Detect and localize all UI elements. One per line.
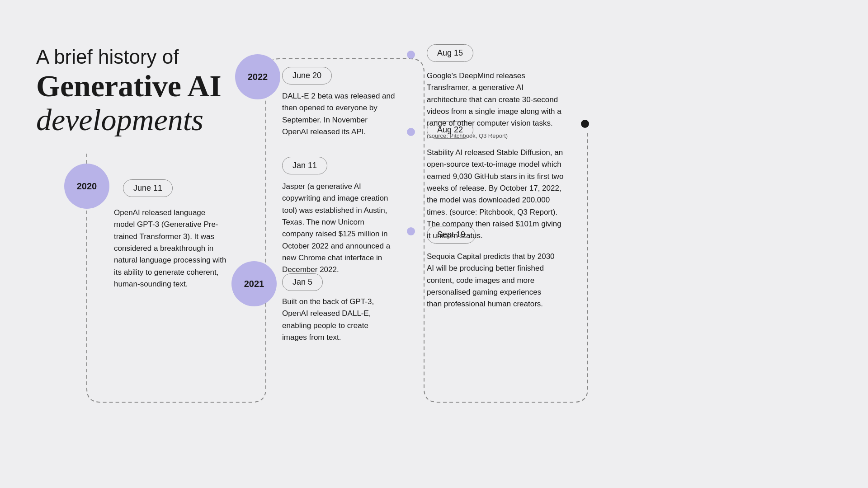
event-aug22: Stability AI released Stable Diffusion, … (427, 147, 565, 242)
event-2020: OpenAI released language model GPT-3 (Ge… (114, 207, 227, 290)
date-pill-june11: June 11 (123, 179, 173, 197)
year-circle-2021: 2021 (231, 261, 277, 306)
year-circle-2022: 2022 (235, 54, 280, 99)
dot-2022-mid1 (407, 128, 415, 136)
page-wrapper: A brief history of Generative AI develop… (0, 0, 868, 488)
event-aug15: Google's DeepMind releases Transframer, … (427, 70, 562, 141)
date-pill-june20: June 20 (282, 67, 332, 84)
date-pill-jan5: Jan 5 (282, 273, 323, 291)
black-dot (581, 120, 589, 128)
event-jan11: Jasper (a generative AI copywriting and … (282, 181, 395, 276)
date-pill-aug15: Aug 15 (427, 44, 473, 62)
title-line3: developments (36, 103, 249, 137)
title-line2: Generative AI (36, 69, 249, 103)
event-june20: DALL-E 2 beta was released and then open… (282, 90, 395, 138)
dot-2022-top (407, 51, 415, 59)
title-area: A brief history of Generative AI develop… (36, 45, 249, 136)
year-circle-2020: 2020 (64, 164, 109, 209)
dot-2022-mid2 (407, 227, 415, 235)
event-jan5: Built on the back of GPT-3, OpenAI relea… (282, 296, 395, 343)
date-pill-jan11: Jan 11 (282, 157, 327, 174)
event-sept19: Sequoia Capital predicts that by 2030 AI… (427, 251, 558, 310)
title-line1: A brief history of (36, 45, 249, 69)
